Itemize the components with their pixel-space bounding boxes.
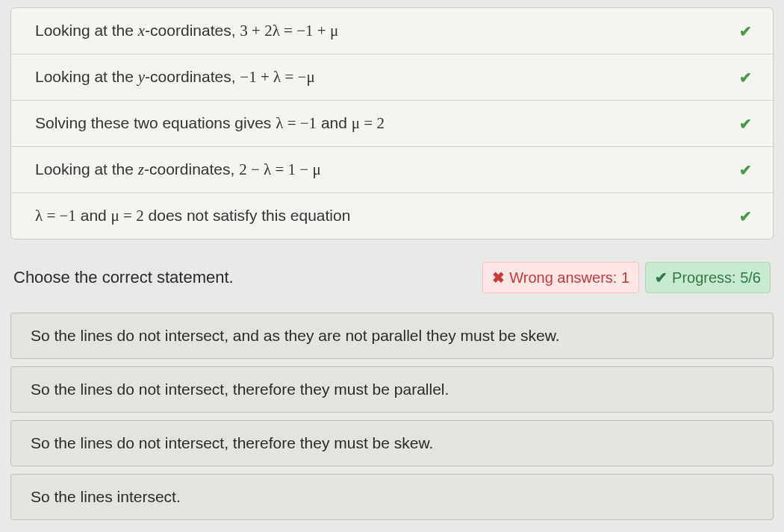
step-text: Looking at the y-coordinates, −1 + λ = −… bbox=[35, 68, 315, 87]
option-4[interactable]: So the lines intersect. bbox=[10, 474, 774, 520]
check-icon: ✔ bbox=[655, 269, 668, 287]
step-row: λ = −1 and μ = 2 does not satisfy this e… bbox=[11, 193, 773, 239]
answered-steps-list: Looking at the x-coordinates, 3 + 2λ = −… bbox=[10, 7, 774, 240]
answer-options: So the lines do not intersect, and as th… bbox=[10, 313, 774, 520]
x-icon: ✖ bbox=[492, 269, 505, 287]
option-1[interactable]: So the lines do not intersect, and as th… bbox=[10, 313, 774, 359]
step-text: Solving these two equations gives λ = −1… bbox=[35, 114, 385, 133]
step-text: Looking at the x-coordinates, 3 + 2λ = −… bbox=[35, 22, 338, 40]
step-row: Looking at the z-coordinates, 2 − λ = 1 … bbox=[11, 147, 773, 193]
step-row: Solving these two equations gives λ = −1… bbox=[11, 101, 773, 147]
check-icon: ✔ bbox=[739, 115, 752, 133]
step-row: Looking at the x-coordinates, 3 + 2λ = −… bbox=[11, 8, 773, 54]
question-prompt: Choose the correct statement. bbox=[13, 268, 234, 287]
check-icon: ✔ bbox=[739, 207, 752, 225]
step-text: Looking at the z-coordinates, 2 − λ = 1 … bbox=[35, 160, 321, 179]
check-icon: ✔ bbox=[739, 69, 752, 87]
prompt-row: Choose the correct statement. ✖ Wrong an… bbox=[13, 262, 771, 293]
step-row: Looking at the y-coordinates, −1 + λ = −… bbox=[11, 54, 773, 101]
option-2[interactable]: So the lines do not intersect, therefore… bbox=[10, 366, 774, 413]
status-badges: ✖ Wrong answers: 1 ✔ Progress: 5/6 bbox=[482, 262, 771, 293]
progress-badge: ✔ Progress: 5/6 bbox=[645, 262, 771, 293]
wrong-answers-badge: ✖ Wrong answers: 1 bbox=[482, 262, 639, 293]
check-icon: ✔ bbox=[739, 161, 752, 179]
step-text: λ = −1 and μ = 2 does not satisfy this e… bbox=[35, 207, 350, 225]
progress-label: Progress: 5/6 bbox=[672, 269, 761, 287]
wrong-label: Wrong answers: 1 bbox=[509, 269, 629, 287]
option-3[interactable]: So the lines do not intersect, therefore… bbox=[10, 420, 774, 466]
check-icon: ✔ bbox=[739, 22, 752, 40]
